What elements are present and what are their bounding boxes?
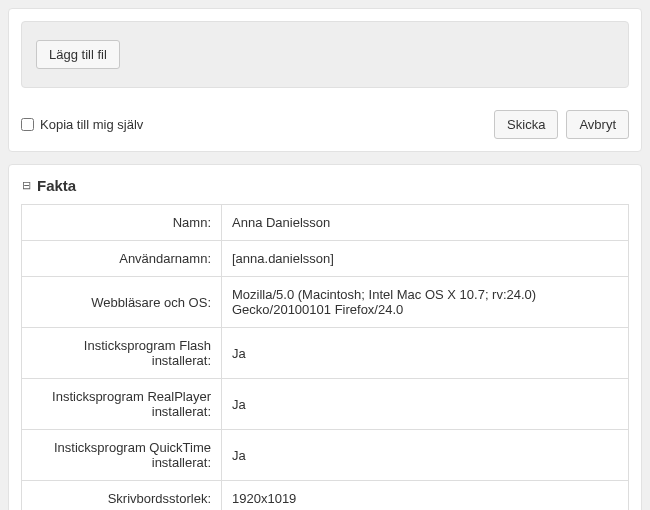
table-row: Användarnamn: [anna.danielsson] bbox=[22, 241, 629, 277]
facts-value-desktop: 1920x1019 bbox=[222, 481, 629, 511]
facts-title: Fakta bbox=[37, 177, 76, 194]
button-group: Skicka Avbryt bbox=[494, 110, 629, 139]
facts-value-realplayer: Ja bbox=[222, 379, 629, 430]
facts-label-username: Användarnamn: bbox=[22, 241, 222, 277]
facts-label-flash: Insticksprogram Flash installerat: bbox=[22, 328, 222, 379]
facts-table: Namn: Anna Danielsson Användarnamn: [ann… bbox=[21, 204, 629, 510]
facts-label-quicktime: Insticksprogram QuickTime installerat: bbox=[22, 430, 222, 481]
facts-label-desktop: Skrivbordsstorlek: bbox=[22, 481, 222, 511]
add-file-button[interactable]: Lägg till fil bbox=[36, 40, 120, 69]
copy-to-self-label: Kopia till mig själv bbox=[40, 117, 143, 132]
facts-label-name: Namn: bbox=[22, 205, 222, 241]
table-row: Webbläsare och OS: Mozilla/5.0 (Macintos… bbox=[22, 277, 629, 328]
facts-value-browser-os: Mozilla/5.0 (Macintosh; Intel Mac OS X 1… bbox=[222, 277, 629, 328]
facts-value-quicktime: Ja bbox=[222, 430, 629, 481]
form-card: Lägg till fil Kopia till mig själv Skick… bbox=[8, 8, 642, 152]
table-row: Skrivbordsstorlek: 1920x1019 bbox=[22, 481, 629, 511]
facts-label-browser-os: Webbläsare och OS: bbox=[22, 277, 222, 328]
copy-to-self-checkbox[interactable] bbox=[21, 118, 34, 131]
facts-value-username: [anna.danielsson] bbox=[222, 241, 629, 277]
table-row: Insticksprogram QuickTime installerat: J… bbox=[22, 430, 629, 481]
actions-row: Kopia till mig själv Skicka Avbryt bbox=[21, 110, 629, 139]
table-row: Insticksprogram Flash installerat: Ja bbox=[22, 328, 629, 379]
facts-value-name: Anna Danielsson bbox=[222, 205, 629, 241]
submit-button[interactable]: Skicka bbox=[494, 110, 558, 139]
attachment-area: Lägg till fil bbox=[21, 21, 629, 88]
disclosure-icon: ⊟ bbox=[21, 181, 31, 191]
cancel-button[interactable]: Avbryt bbox=[566, 110, 629, 139]
table-row: Insticksprogram RealPlayer installerat: … bbox=[22, 379, 629, 430]
facts-panel: ⊟ Fakta Namn: Anna Danielsson Användarna… bbox=[8, 164, 642, 510]
facts-label-realplayer: Insticksprogram RealPlayer installerat: bbox=[22, 379, 222, 430]
copy-to-self-option[interactable]: Kopia till mig själv bbox=[21, 117, 143, 132]
facts-header[interactable]: ⊟ Fakta bbox=[21, 177, 629, 194]
table-row: Namn: Anna Danielsson bbox=[22, 205, 629, 241]
facts-value-flash: Ja bbox=[222, 328, 629, 379]
